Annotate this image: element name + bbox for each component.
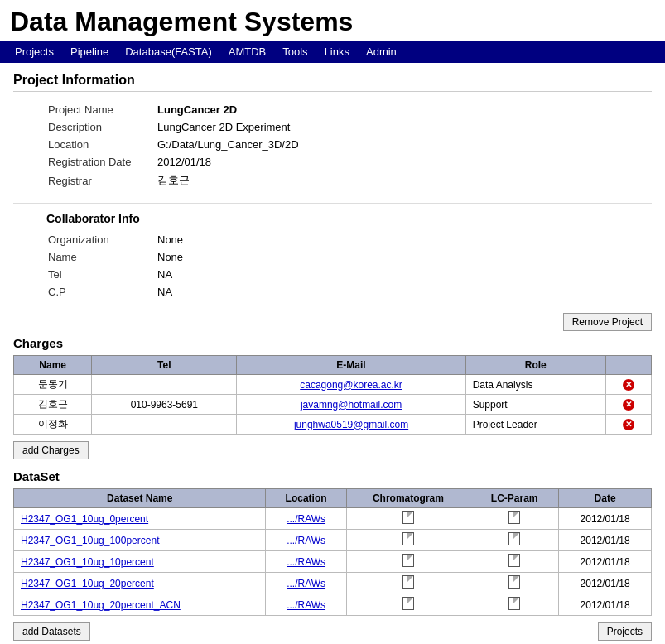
dataset-name-cell: H2347_OG1_10ug_0percent [14, 508, 266, 530]
charges-email-link[interactable]: junghwa0519@gmail.com [294, 419, 408, 430]
lcparam-file-icon[interactable] [508, 575, 520, 589]
charges-title: Charges [13, 336, 652, 350]
dataset-date: 2012/01/18 [559, 573, 652, 594]
field-value: NA [157, 284, 183, 300]
chromatogram-file-icon[interactable] [402, 532, 414, 545]
charges-delete-cell: ✕ [605, 395, 651, 415]
lcparam-file-icon[interactable] [508, 597, 520, 610]
field-value: None [157, 249, 183, 265]
dataset-location-cell: .../RAWs [266, 551, 346, 573]
dataset-col-header: LC-Param [470, 489, 559, 508]
dataset-chromatogram-cell [346, 508, 470, 530]
charges-role: Project Leader [465, 415, 605, 435]
dataset-location-link[interactable]: .../RAWs [287, 578, 325, 589]
header: Data Management Systems [0, 0, 665, 41]
charges-delete-cell: ✕ [605, 415, 651, 435]
delete-charge-icon[interactable]: ✕ [623, 379, 634, 391]
field-label: Location [48, 137, 156, 152]
charges-email-link[interactable]: cacagong@korea.ac.kr [300, 379, 402, 391]
project-info-title: Project Information [13, 73, 652, 92]
navbar: ProjectsPipelineDatabase(FASTA)AMTDBTool… [0, 41, 665, 63]
nav-item-projects[interactable]: Projects [7, 44, 62, 60]
charges-row: 이정화junghwa0519@gmail.comProject Leader✕ [14, 415, 652, 435]
collab-info-row: NameNone [48, 249, 183, 265]
nav-item-amtdb[interactable]: AMTDB [220, 44, 275, 60]
dataset-name-link[interactable]: H2347_OG1_10ug_0percent [21, 513, 148, 525]
charges-row: 문동기cacagong@korea.ac.krData Analysis✕ [14, 375, 652, 395]
dataset-table: Dataset NameLocationChromatogramLC-Param… [13, 488, 652, 616]
charges-name: 문동기 [14, 375, 92, 395]
chromatogram-file-icon[interactable] [402, 575, 414, 589]
charges-table: NameTelE-MailRole 문동기cacagong@korea.ac.k… [13, 355, 652, 435]
dataset-location-link[interactable]: .../RAWs [287, 599, 325, 611]
dataset-date: 2012/01/18 [559, 530, 652, 551]
app-title: Data Management Systems [10, 7, 655, 37]
field-value: LungCancer 2D [157, 102, 299, 118]
add-charges-btn-row: add Charges [13, 441, 652, 459]
chromatogram-file-icon[interactable] [402, 597, 414, 610]
collab-info-title: Collaborator Info [46, 212, 652, 225]
dataset-name-link[interactable]: H2347_OG1_10ug_100percent [21, 535, 159, 546]
dataset-location-link[interactable]: .../RAWs [287, 513, 325, 525]
dataset-location-link[interactable]: .../RAWs [287, 535, 325, 546]
delete-charge-icon[interactable]: ✕ [623, 399, 634, 411]
field-value: None [157, 232, 183, 248]
dataset-location-link[interactable]: .../RAWs [287, 556, 325, 568]
charges-row: 김호근010-9963-5691javamng@hotmail.comSuppo… [14, 395, 652, 415]
nav-item-pipeline[interactable]: Pipeline [62, 44, 117, 60]
remove-project-button[interactable]: Remove Project [563, 313, 652, 331]
nav-item-admin[interactable]: Admin [358, 44, 405, 60]
dataset-date: 2012/01/18 [559, 508, 652, 530]
field-label: Tel [48, 267, 156, 282]
dataset-col-header: Chromatogram [346, 489, 470, 508]
field-label: Description [48, 119, 156, 135]
dataset-location-cell: .../RAWs [266, 508, 346, 530]
dataset-row: H2347_OG1_10ug_20percent.../RAWs2012/01/… [14, 573, 652, 594]
delete-charge-icon[interactable]: ✕ [623, 419, 634, 430]
dataset-row: H2347_OG1_10ug_20percent_ACN.../RAWs2012… [14, 594, 652, 616]
dataset-name-link[interactable]: H2347_OG1_10ug_20percent [21, 578, 154, 589]
dataset-row: H2347_OG1_10ug_100percent.../RAWs2012/01… [14, 530, 652, 551]
lcparam-file-icon[interactable] [508, 554, 520, 567]
dataset-col-header: Dataset Name [14, 489, 266, 508]
project-info-row: Registrar김호근 [48, 171, 299, 190]
lcparam-file-icon[interactable] [508, 532, 520, 545]
dataset-col-header: Date [559, 489, 652, 508]
add-datasets-button[interactable]: add Datasets [13, 622, 90, 641]
charges-email-link[interactable]: javamng@hotmail.com [301, 399, 402, 411]
dataset-lcparam-cell [470, 530, 559, 551]
field-label: Name [48, 249, 156, 265]
dataset-btn-row: add Datasets Projects [13, 622, 652, 641]
field-label: C.P [48, 284, 156, 300]
charges-col-header: Tel [92, 356, 237, 375]
projects-button[interactable]: Projects [598, 622, 652, 641]
charges-tel [92, 375, 237, 395]
dataset-chromatogram-cell [346, 594, 470, 616]
charges-email: cacagong@korea.ac.kr [237, 375, 465, 395]
collab-info-row: C.PNA [48, 284, 183, 300]
nav-item-links[interactable]: Links [316, 44, 358, 60]
dataset-name-link[interactable]: H2347_OG1_10ug_10percent [21, 556, 154, 568]
nav-item-database-fasta-[interactable]: Database(FASTA) [117, 44, 220, 60]
dataset-row: H2347_OG1_10ug_10percent.../RAWs2012/01/… [14, 551, 652, 573]
dataset-name-cell: H2347_OG1_10ug_10percent [14, 551, 266, 573]
add-charges-button[interactable]: add Charges [13, 441, 89, 459]
collab-info-row: OrganizationNone [48, 232, 183, 248]
charges-delete-cell: ✕ [605, 375, 651, 395]
collab-info-row: TelNA [48, 267, 183, 282]
field-label: Project Name [48, 102, 156, 118]
nav-item-tools[interactable]: Tools [274, 44, 316, 60]
dataset-lcparam-cell [470, 508, 559, 530]
dataset-name-link[interactable]: H2347_OG1_10ug_20percent_ACN [21, 599, 181, 611]
remove-btn-row: Remove Project [13, 313, 652, 331]
project-info-row: Project NameLungCancer 2D [48, 102, 299, 118]
charges-role: Support [465, 395, 605, 415]
field-label: Organization [48, 232, 156, 248]
lcparam-file-icon[interactable] [508, 511, 520, 524]
dataset-location-cell: .../RAWs [266, 573, 346, 594]
collab-info-table: OrganizationNoneNameNoneTelNAC.PNA [46, 230, 185, 301]
chromatogram-file-icon[interactable] [402, 554, 414, 567]
dataset-date: 2012/01/18 [559, 551, 652, 573]
field-value: LungCancer 2D Experiment [157, 119, 299, 135]
chromatogram-file-icon[interactable] [402, 511, 414, 524]
